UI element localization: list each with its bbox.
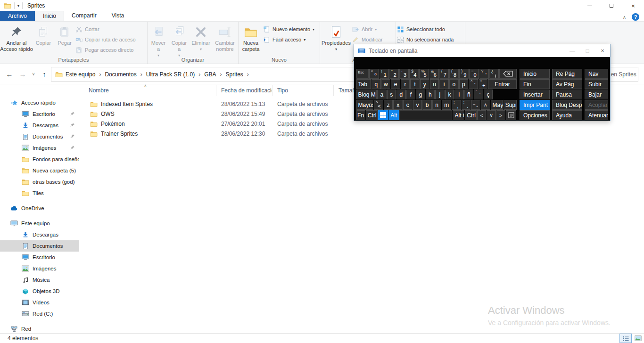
key-z[interactable]: z	[384, 100, 393, 110]
sidebar-item-acceso-rapido[interactable]: Acceso rápido	[0, 97, 79, 108]
key-opciones[interactable]: Opciones	[520, 110, 550, 120]
sidebar-item-red[interactable]: Red	[0, 323, 79, 333]
sidebar-item-imagenes[interactable]: Imágenes	[0, 263, 79, 274]
sidebar-item-descargas[interactable]: Descargas	[0, 229, 79, 240]
minimize-button[interactable]	[579, 0, 601, 11]
sidebar-item-tiles[interactable]: Tiles	[0, 188, 79, 199]
key-5[interactable]: %5	[419, 69, 429, 79]
key-insertar[interactable]: Insertar	[520, 90, 550, 99]
key-g[interactable]: g	[416, 90, 425, 99]
key-2[interactable]: "2	[389, 69, 399, 79]
osk-close-button[interactable]: ×	[595, 44, 610, 57]
key-9[interactable]: )9	[459, 69, 469, 79]
key-windows[interactable]	[378, 110, 388, 120]
key-impr-pant[interactable]: Impr Pant	[520, 100, 550, 110]
seleccionar-todo-button[interactable]: Seleccionar todo	[396, 24, 464, 34]
osk-minimize-button[interactable]: —	[565, 44, 580, 57]
key-supr[interactable]: Supr	[504, 100, 517, 110]
help-icon[interactable]: ?	[632, 13, 639, 21]
sidebar-item-red-c[interactable]: Red (C:)	[0, 308, 79, 319]
key-w[interactable]: w	[381, 79, 391, 89]
breadcrumb-separator[interactable]: ›	[246, 71, 250, 78]
forward-button[interactable]: →	[16, 68, 29, 80]
key-a[interactable]: a	[377, 90, 387, 99]
key-item[interactable]: ¨´	[474, 90, 483, 99]
customize-quick-access-icon[interactable]: ▾	[17, 4, 19, 8]
sidebar-item-escritorio[interactable]: Escritorio	[0, 252, 79, 263]
key-mayus[interactable]: Mayús	[491, 100, 503, 110]
key-q[interactable]: q	[372, 79, 381, 89]
sidebar-item-escritorio[interactable]: Escritorio	[0, 108, 79, 120]
key-x[interactable]: x	[393, 100, 403, 110]
propiedades-button[interactable]: Propiedades ▾	[321, 23, 352, 52]
key-item[interactable]: >	[496, 110, 505, 120]
key-y[interactable]: y	[420, 79, 429, 89]
key-7[interactable]: /7	[439, 69, 449, 79]
breadcrumb-separator[interactable]: ›	[98, 71, 102, 78]
key-f[interactable]: f	[406, 90, 416, 99]
key-item[interactable]: ªº	[369, 69, 379, 79]
key-inicio[interactable]: Inicio	[520, 69, 550, 79]
copiar-ruta-de-acceso-button[interactable]: Copiar ruta de acceso	[75, 35, 147, 44]
cambiar-nombre-button[interactable]: Cambiarnombre	[212, 23, 238, 52]
key-ayuda[interactable]: Ayuda	[552, 110, 582, 120]
key-item[interactable]: *+	[479, 79, 488, 89]
key-fn[interactable]: Fn	[356, 110, 365, 120]
key-tab[interactable]: Tab	[356, 79, 371, 89]
tab-archivo[interactable]: Archivo	[0, 11, 35, 21]
sidebar-item-otras-bases-god[interactable]: otras bases (god)	[0, 176, 79, 188]
column-header-fecha-de-modificacion[interactable]: Fecha de modificación	[216, 85, 272, 96]
key-alt-gr[interactable]: Alt Gr	[453, 110, 464, 120]
key-c[interactable]: ç	[484, 90, 493, 99]
key-t[interactable]: t	[410, 79, 420, 89]
key-atenuar[interactable]: Atenuar	[585, 110, 608, 120]
key-b[interactable]: b	[422, 100, 432, 110]
sidebar-item-musica[interactable]: Música	[0, 274, 79, 286]
key-item[interactable]: ^`	[469, 79, 478, 89]
key-i[interactable]: i	[439, 79, 449, 89]
key-8[interactable]: (8	[449, 69, 459, 79]
close-button[interactable]: ×	[622, 0, 644, 11]
key-av-pag[interactable]: Av Pág	[552, 79, 582, 89]
breadcrumb-item-gba[interactable]: GBA	[201, 71, 219, 78]
details-view-button[interactable]	[619, 334, 632, 343]
key-n[interactable]: ñ	[464, 90, 474, 99]
breadcrumb-separator[interactable]: ›	[219, 71, 223, 78]
eliminar-button[interactable]: Eliminar ▾	[190, 23, 212, 52]
key-item[interactable]: :.	[462, 100, 471, 110]
sidebar-item-este-equipo[interactable]: Este equipo	[0, 218, 79, 229]
key-menu[interactable]	[506, 110, 517, 120]
key-h[interactable]: h	[426, 90, 435, 99]
key-j[interactable]: j	[435, 90, 445, 99]
key-e[interactable]: e	[391, 79, 400, 89]
key-item[interactable]: ?'	[479, 69, 489, 79]
key-entrar[interactable]: Entrar	[488, 79, 516, 89]
key-item[interactable]: ∧	[481, 100, 490, 110]
breadcrumb-item-este-equipo[interactable]: Este equipo	[63, 71, 98, 78]
key-nav[interactable]: Nav	[585, 69, 608, 79]
key-esc[interactable]: Esc	[356, 69, 369, 79]
thumbnails-view-button[interactable]	[632, 334, 644, 343]
pegar-acceso-directo-button[interactable]: Pegar acceso directo	[75, 45, 147, 55]
sidebar-item-onedrive[interactable]: OneDrive	[0, 203, 79, 214]
facil-acceso-button[interactable]: Fácil acceso▾	[263, 35, 319, 44]
key-acoplar[interactable]: Acoplar	[585, 100, 608, 110]
key-item[interactable]: <	[477, 110, 486, 120]
key-fin[interactable]: Fin	[520, 79, 550, 89]
up-button[interactable]: ↑	[38, 68, 51, 80]
key-bloq-despl[interactable]: Bloq Despl	[552, 100, 582, 110]
key-n[interactable]: n	[432, 100, 442, 110]
sidebar-item-documentos[interactable]: Documentos	[0, 240, 79, 252]
key-s[interactable]: s	[387, 90, 396, 99]
key-r[interactable]: r	[401, 79, 410, 89]
breadcrumb-separator[interactable]: ›	[140, 71, 143, 78]
tab-compartir[interactable]: Compartir	[64, 11, 104, 21]
key-k[interactable]: k	[445, 90, 454, 99]
osk-maximize-button[interactable]: □	[580, 44, 595, 57]
no-seleccionar-nada-button[interactable]: No seleccionar nada	[396, 35, 464, 44]
key-0[interactable]: =0	[469, 69, 479, 79]
key-space[interactable]	[399, 110, 452, 120]
breadcrumb-item-sprites[interactable]: Sprites	[223, 71, 246, 78]
key-bloq-mayus[interactable]: Bloq Mayús	[356, 90, 377, 99]
sidebar-item-nueva-carpeta-5[interactable]: Nueva carpeta (5)	[0, 165, 79, 176]
